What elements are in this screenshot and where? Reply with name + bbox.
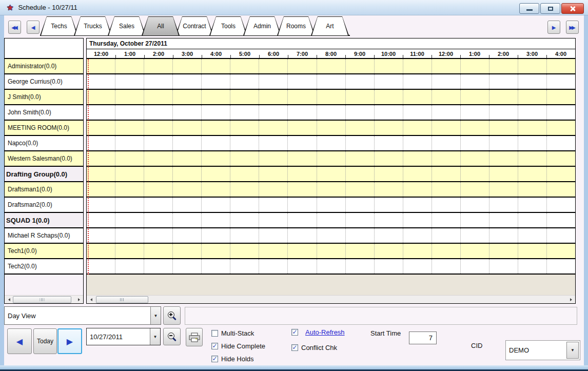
time-slot[interactable] [546,228,575,243]
time-slot[interactable] [230,74,259,89]
time-slot[interactable] [144,167,172,181]
time-slot[interactable] [230,228,259,243]
time-slot[interactable] [144,244,172,258]
time-slot[interactable] [432,74,460,89]
time-slot[interactable] [432,244,460,258]
time-slot[interactable] [374,198,403,212]
time-slot[interactable] [432,198,460,212]
schedule-row[interactable] [87,121,575,136]
time-slot[interactable] [115,151,144,166]
time-slot[interactable] [317,259,345,274]
time-slot[interactable] [230,105,259,120]
time-slot[interactable] [287,167,316,181]
time-slot[interactable] [518,198,546,212]
time-slot[interactable] [489,151,518,166]
time-slot[interactable] [489,182,518,197]
resource-row[interactable]: Western Salesman(0.0) [5,151,83,167]
time-slot[interactable] [144,105,172,120]
time-slot[interactable] [201,105,230,120]
time-slot[interactable] [345,213,374,227]
time-slot[interactable] [403,213,432,227]
maximize-button[interactable] [540,3,560,14]
time-slot[interactable] [403,244,432,258]
time-slot[interactable] [546,121,575,135]
time-slot[interactable] [259,198,287,212]
time-slot[interactable] [460,105,489,120]
time-slot[interactable] [172,182,201,197]
resource-row[interactable]: MEETING ROOM(0.0) [5,121,83,136]
time-slot[interactable] [201,90,230,104]
time-slot[interactable] [287,105,316,120]
scroll-right-arrow[interactable] [75,296,83,303]
time-slot[interactable] [144,121,172,135]
tab-scroll-next-button[interactable]: ▶ [547,21,560,34]
chevron-down-icon[interactable]: ▼ [150,328,160,345]
time-slot[interactable] [518,151,546,166]
time-slot[interactable] [230,182,259,197]
time-slot[interactable] [345,198,374,212]
schedule-row[interactable] [87,90,575,105]
tab-trucks[interactable]: Trucks [74,16,112,35]
time-slot[interactable] [403,182,432,197]
time-slot[interactable] [317,244,345,258]
time-slot[interactable] [87,228,115,243]
time-slot[interactable] [374,259,403,274]
time-slot[interactable] [230,167,259,181]
time-slot[interactable] [345,121,374,135]
time-slot[interactable] [172,198,201,212]
time-slot[interactable] [287,228,316,243]
time-slot[interactable] [489,167,518,181]
time-slot[interactable] [460,244,489,258]
time-slot[interactable] [518,59,546,73]
time-slot[interactable] [259,90,287,104]
time-slot[interactable] [317,167,345,181]
resource-row[interactable]: Draftsman2(0.0) [5,198,83,213]
time-slot[interactable] [259,59,287,73]
time-slot[interactable] [403,228,432,243]
time-slot[interactable] [546,151,575,166]
time-slot[interactable] [87,59,115,73]
time-slot[interactable] [87,136,115,150]
time-slot[interactable] [518,90,546,104]
time-slot[interactable] [345,74,374,89]
close-button[interactable] [561,3,584,14]
time-slot[interactable] [518,105,546,120]
time-slot[interactable] [489,213,518,227]
time-slot[interactable] [403,151,432,166]
time-slot[interactable] [374,167,403,181]
time-slot[interactable] [546,74,575,89]
time-slot[interactable] [403,198,432,212]
time-slot[interactable] [317,213,345,227]
time-slot[interactable] [518,74,546,89]
time-slot[interactable] [201,228,230,243]
time-slot[interactable] [201,59,230,73]
time-slot[interactable] [489,90,518,104]
time-slot[interactable] [489,228,518,243]
date-select[interactable]: 10/27/2011 ▼ [86,328,161,345]
time-slot[interactable] [432,59,460,73]
tab-rooms[interactable]: Rooms [277,16,315,35]
time-slot[interactable] [87,198,115,212]
schedule-row[interactable] [87,59,575,74]
time-slot[interactable] [518,182,546,197]
time-slot[interactable] [460,259,489,274]
time-slot[interactable] [172,228,201,243]
time-slot[interactable] [259,151,287,166]
tab-scroll-last-button[interactable]: ▶▶ [566,21,579,34]
time-slot[interactable] [115,59,144,73]
time-slot[interactable] [546,244,575,258]
time-slot[interactable] [87,105,115,120]
time-slot[interactable] [403,167,432,181]
resource-row[interactable]: Administrator(0.0) [5,59,83,74]
time-slot[interactable] [230,259,259,274]
time-slot[interactable] [230,121,259,135]
time-slot[interactable] [460,182,489,197]
time-slot[interactable] [201,167,230,181]
time-slot[interactable] [432,259,460,274]
time-slot[interactable] [317,151,345,166]
time-slot[interactable] [115,90,144,104]
time-slot[interactable] [460,151,489,166]
time-slot[interactable] [144,213,172,227]
time-slot[interactable] [287,244,316,258]
scroll-thumb[interactable] [96,296,148,303]
